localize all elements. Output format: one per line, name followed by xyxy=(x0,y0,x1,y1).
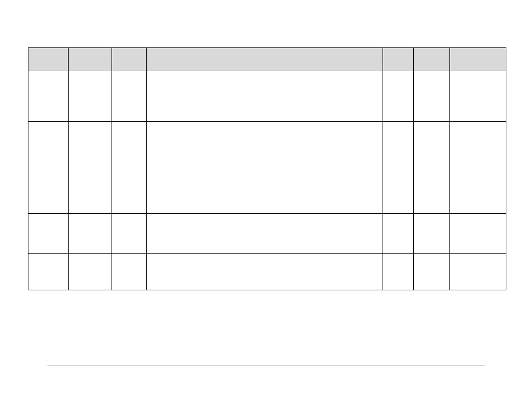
table-cell xyxy=(450,70,506,122)
horizontal-rule xyxy=(47,366,485,366)
table-row xyxy=(28,122,506,214)
page-container xyxy=(28,47,506,290)
table-cell xyxy=(112,214,146,254)
table-cell xyxy=(112,122,146,214)
table-cell xyxy=(450,122,506,214)
table-cell xyxy=(450,214,506,254)
header-cell xyxy=(28,48,69,70)
table-cell xyxy=(112,70,146,122)
header-cell xyxy=(383,48,414,70)
table-cell xyxy=(414,70,450,122)
table-header-row xyxy=(28,48,506,70)
table-cell xyxy=(68,122,112,214)
table-cell xyxy=(383,214,414,254)
table-row xyxy=(28,254,506,290)
table-cell xyxy=(28,122,69,214)
header-cell xyxy=(68,48,112,70)
table-cell xyxy=(146,214,383,254)
table-row xyxy=(28,214,506,254)
table-cell xyxy=(450,254,506,290)
header-cell xyxy=(146,48,383,70)
table-cell xyxy=(68,214,112,254)
table-cell xyxy=(68,254,112,290)
table-cell xyxy=(414,122,450,214)
table-cell xyxy=(414,214,450,254)
table-cell xyxy=(414,254,450,290)
table-cell xyxy=(383,254,414,290)
table-cell xyxy=(28,254,69,290)
table-cell xyxy=(112,254,146,290)
table-cell xyxy=(68,70,112,122)
table-cell xyxy=(146,70,383,122)
data-table xyxy=(28,47,506,290)
table-cell xyxy=(383,122,414,214)
table-row xyxy=(28,70,506,122)
header-cell xyxy=(112,48,146,70)
header-cell xyxy=(450,48,506,70)
table-cell xyxy=(146,254,383,290)
header-cell xyxy=(414,48,450,70)
table-cell xyxy=(28,214,69,254)
table-cell xyxy=(28,70,69,122)
table-cell xyxy=(383,70,414,122)
table-cell xyxy=(146,122,383,214)
